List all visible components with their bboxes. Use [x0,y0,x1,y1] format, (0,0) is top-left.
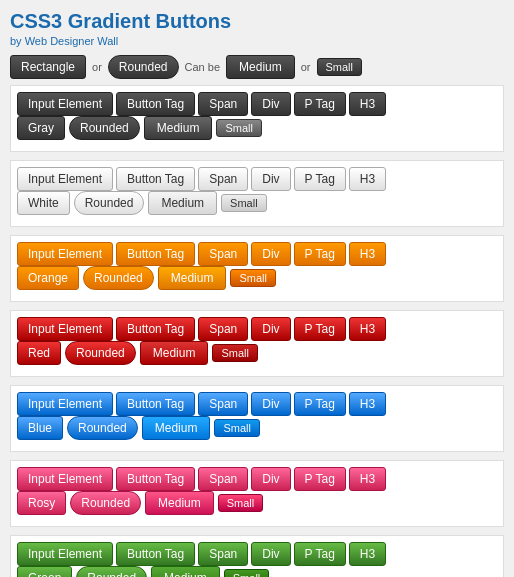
green-p-tag[interactable]: P Tag [294,542,346,566]
white-control-row: White Rounded Medium Small [17,191,497,215]
rosy-span[interactable]: Span [198,467,248,491]
rosy-button-tag[interactable]: Button Tag [116,467,195,491]
red-medium-btn[interactable]: Medium [140,341,209,365]
rosy-medium-btn[interactable]: Medium [145,491,214,515]
blue-small-btn[interactable]: Small [214,419,260,437]
red-span[interactable]: Span [198,317,248,341]
gray-button-row: Input Element Button Tag Span Div P Tag … [17,92,497,116]
red-label[interactable]: Red [17,341,61,365]
blue-h3[interactable]: H3 [349,392,386,416]
rosy-button-row: Input Element Button Tag Span Div P Tag … [17,467,497,491]
orange-p-tag[interactable]: P Tag [294,242,346,266]
red-h3[interactable]: H3 [349,317,386,341]
gray-button-tag[interactable]: Button Tag [116,92,195,116]
orange-medium-btn[interactable]: Medium [158,266,227,290]
red-section: Input Element Button Tag Span Div P Tag … [10,310,504,377]
orange-rounded[interactable]: Rounded [83,266,154,290]
orange-span[interactable]: Span [198,242,248,266]
green-rounded[interactable]: Rounded [76,566,147,577]
rosy-label[interactable]: Rosy [17,491,66,515]
green-section: Input Element Button Tag Span Div P Tag … [10,535,504,577]
white-rounded[interactable]: Rounded [74,191,145,215]
blue-section: Input Element Button Tag Span Div P Tag … [10,385,504,452]
white-button-row: Input Element Button Tag Span Div P Tag … [17,167,497,191]
white-label[interactable]: White [17,191,70,215]
green-input-element[interactable]: Input Element [17,542,113,566]
top-controls: Rectangle or Rounded Can be Medium or Sm… [10,55,504,79]
red-input-element[interactable]: Input Element [17,317,113,341]
rounded-button-top[interactable]: Rounded [108,55,179,79]
white-input-element[interactable]: Input Element [17,167,113,191]
red-div[interactable]: Div [251,317,290,341]
blue-rounded[interactable]: Rounded [67,416,138,440]
rectangle-button[interactable]: Rectangle [10,55,86,79]
gray-rounded[interactable]: Rounded [69,116,140,140]
red-small-btn[interactable]: Small [212,344,258,362]
gray-label[interactable]: Gray [17,116,65,140]
orange-button-row: Input Element Button Tag Span Div P Tag … [17,242,497,266]
orange-small-btn[interactable]: Small [230,269,276,287]
orange-input-element[interactable]: Input Element [17,242,113,266]
red-control-row: Red Rounded Medium Small [17,341,497,365]
white-section: Input Element Button Tag Span Div P Tag … [10,160,504,227]
gray-span[interactable]: Span [198,92,248,116]
green-span[interactable]: Span [198,542,248,566]
green-h3[interactable]: H3 [349,542,386,566]
gray-section: Input Element Button Tag Span Div P Tag … [10,85,504,152]
gray-input-element[interactable]: Input Element [17,92,113,116]
red-rounded[interactable]: Rounded [65,341,136,365]
gray-h3[interactable]: H3 [349,92,386,116]
medium-button-top[interactable]: Medium [226,55,295,79]
rosy-section: Input Element Button Tag Span Div P Tag … [10,460,504,527]
green-small-btn[interactable]: Small [224,569,270,577]
rosy-rounded[interactable]: Rounded [70,491,141,515]
orange-label[interactable]: Orange [17,266,79,290]
gray-medium-btn[interactable]: Medium [144,116,213,140]
gray-div[interactable]: Div [251,92,290,116]
blue-span[interactable]: Span [198,392,248,416]
rosy-control-row: Rosy Rounded Medium Small [17,491,497,515]
white-span[interactable]: Span [198,167,248,191]
gray-small-btn[interactable]: Small [216,119,262,137]
rosy-input-element[interactable]: Input Element [17,467,113,491]
white-medium-btn[interactable]: Medium [148,191,217,215]
green-medium-btn[interactable]: Medium [151,566,220,577]
green-control-row: Green Rounded Medium Small [17,566,497,577]
or-label-1: or [92,61,102,73]
red-button-row: Input Element Button Tag Span Div P Tag … [17,317,497,341]
white-p-tag[interactable]: P Tag [294,167,346,191]
blue-button-tag[interactable]: Button Tag [116,392,195,416]
green-button-row: Input Element Button Tag Span Div P Tag … [17,542,497,566]
orange-section: Input Element Button Tag Span Div P Tag … [10,235,504,302]
or-label-2: or [301,61,311,73]
rosy-p-tag[interactable]: P Tag [294,467,346,491]
rosy-div[interactable]: Div [251,467,290,491]
white-div[interactable]: Div [251,167,290,191]
blue-input-element[interactable]: Input Element [17,392,113,416]
red-button-tag[interactable]: Button Tag [116,317,195,341]
blue-medium-btn[interactable]: Medium [142,416,211,440]
blue-p-tag[interactable]: P Tag [294,392,346,416]
rosy-h3[interactable]: H3 [349,467,386,491]
orange-control-row: Orange Rounded Medium Small [17,266,497,290]
white-h3[interactable]: H3 [349,167,386,191]
gray-control-row: Gray Rounded Medium Small [17,116,497,140]
by-line: by Web Designer Wall [10,35,504,47]
green-label[interactable]: Green [17,566,72,577]
blue-div[interactable]: Div [251,392,290,416]
blue-control-row: Blue Rounded Medium Small [17,416,497,440]
white-button-tag[interactable]: Button Tag [116,167,195,191]
blue-button-row: Input Element Button Tag Span Div P Tag … [17,392,497,416]
orange-div[interactable]: Div [251,242,290,266]
gray-p-tag[interactable]: P Tag [294,92,346,116]
small-button-top[interactable]: Small [317,58,363,76]
green-div[interactable]: Div [251,542,290,566]
orange-button-tag[interactable]: Button Tag [116,242,195,266]
green-button-tag[interactable]: Button Tag [116,542,195,566]
canbe-label: Can be [185,61,220,73]
red-p-tag[interactable]: P Tag [294,317,346,341]
white-small-btn[interactable]: Small [221,194,267,212]
blue-label[interactable]: Blue [17,416,63,440]
rosy-small-btn[interactable]: Small [218,494,264,512]
orange-h3[interactable]: H3 [349,242,386,266]
